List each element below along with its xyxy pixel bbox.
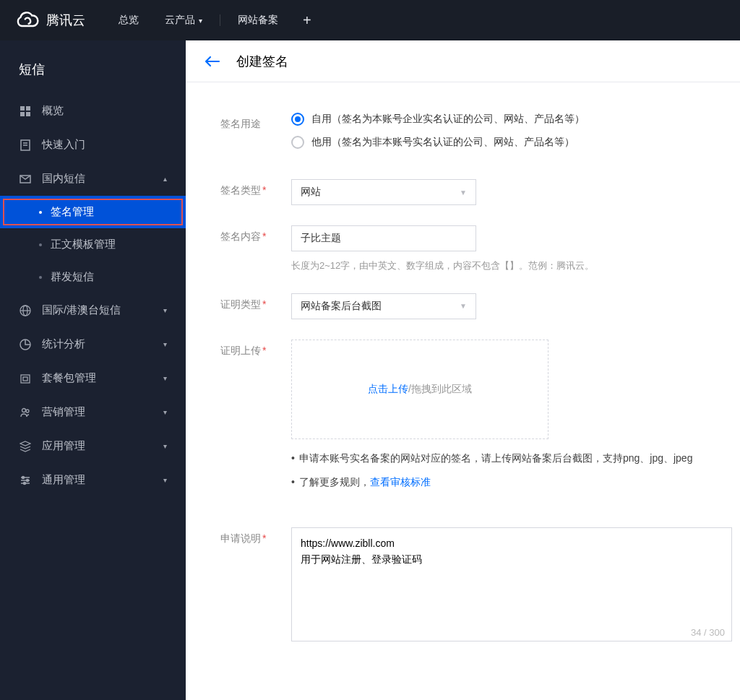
radio-self-use[interactable]: 自用（签名为本账号企业实名认证的公司、网站、产品名等） — [291, 113, 705, 126]
upload-click-text: 点击上传 — [368, 383, 408, 394]
plus-button[interactable]: + — [291, 12, 323, 29]
divider — [220, 14, 220, 26]
topnav-beian[interactable]: 网站备案 — [225, 14, 291, 27]
label-sig-content: 签名内容 — [220, 225, 291, 243]
label-desc: 申请说明 — [220, 527, 291, 545]
sidebar-item-label: 应用管理 — [42, 439, 85, 453]
select-sig-type[interactable]: 网站 ▼ — [291, 179, 476, 205]
page-title: 创建签名 — [236, 53, 288, 70]
radio-icon — [291, 136, 304, 149]
grid-icon — [19, 105, 32, 118]
chevron-down-icon: ▾ — [163, 476, 167, 484]
chevron-down-icon: ▾ — [199, 17, 202, 25]
sidebar-item-label: 营销管理 — [42, 405, 85, 419]
sidebar-title: 短信 — [0, 40, 186, 94]
chevron-down-icon: ▼ — [460, 302, 467, 310]
svg-point-19 — [22, 476, 25, 478]
sidebar-item-label: 快速入门 — [42, 138, 85, 152]
bullet-icon — [39, 243, 42, 246]
doc-icon — [19, 139, 32, 152]
sidebar-item-label: 国际/港澳台短信 — [42, 303, 121, 317]
chevron-down-icon: ▾ — [163, 442, 167, 450]
topnav-products[interactable]: 云产品 ▾ — [152, 14, 215, 27]
brand-text: 腾讯云 — [46, 12, 85, 29]
hint-sig-content: 长度为2~12字，由中英文、数字组成，内容不包含【】。范例：腾讯云。 — [291, 259, 705, 273]
chevron-down-icon: ▾ — [163, 340, 167, 348]
upload-hint-1: 申请本账号实名备案的网站对应的签名，请上传网站备案后台截图，支持png、jpg、… — [291, 451, 705, 466]
svg-rect-2 — [20, 112, 25, 116]
sidebar-item-label: 正文模板管理 — [51, 238, 116, 251]
chart-icon — [19, 338, 32, 351]
sidebar-sub-template[interactable]: 正文模板管理 — [0, 228, 186, 261]
sidebar-item-general[interactable]: 通用管理 ▾ — [0, 463, 186, 497]
sidebar-sub-signature[interactable]: 签名管理 — [0, 196, 186, 228]
box-icon — [19, 372, 32, 385]
label-proof-upload: 证明上传 — [220, 340, 291, 358]
upload-dropzone[interactable]: 点击上传/拖拽到此区域 — [291, 340, 548, 439]
radio-icon — [291, 113, 304, 126]
layers-icon — [19, 440, 32, 453]
upload-hint-2: 了解更多规则，查看审核标准 — [291, 475, 705, 490]
svg-rect-3 — [26, 112, 30, 116]
label-purpose: 签名用途 — [220, 113, 291, 131]
select-proof-type[interactable]: 网站备案后台截图 ▼ — [291, 293, 476, 319]
people-icon — [19, 406, 32, 419]
radio-other-use[interactable]: 他用（签名为非本账号实名认证的公司、网站、产品名等） — [291, 136, 705, 149]
sidebar-sub-broadcast[interactable]: 群发短信 — [0, 261, 186, 293]
chevron-down-icon: ▼ — [460, 189, 467, 196]
svg-rect-12 — [21, 375, 30, 383]
chevron-up-icon: ▴ — [163, 175, 167, 183]
sidebar-item-quickstart[interactable]: 快速入门 — [0, 128, 186, 162]
topnav-overview[interactable]: 总览 — [106, 14, 152, 27]
main-content: 创建签名 签名用途 自用（签名为本账号企业实名认证的公司、网站、产品名等） 他用… — [186, 40, 740, 700]
sidebar-item-label: 套餐包管理 — [42, 371, 96, 385]
bullet-icon — [39, 211, 42, 214]
chevron-down-icon: ▾ — [163, 408, 167, 416]
sidebar-item-label: 签名管理 — [51, 205, 94, 219]
upload-drag-text: /拖拽到此区域 — [408, 383, 472, 394]
input-sig-content[interactable] — [291, 225, 476, 251]
radio-label: 自用（签名为本账号企业实名认证的公司、网站、产品名等） — [311, 113, 585, 126]
svg-rect-13 — [23, 377, 27, 381]
svg-point-21 — [24, 482, 26, 484]
sliders-icon — [19, 474, 32, 487]
chevron-down-icon: ▾ — [163, 374, 167, 382]
svg-point-15 — [26, 410, 29, 412]
topbar: 腾讯云 总览 云产品 ▾ 网站备案 + — [0, 0, 740, 40]
sidebar-item-intl-sms[interactable]: 国际/港澳台短信 ▾ — [0, 293, 186, 327]
label-sig-type: 签名类型 — [220, 179, 291, 197]
mail-icon — [19, 173, 32, 186]
sidebar: 短信 概览 快速入门 国内短信 ▴ 签名管理 正文模板管理 群发短信 — [0, 40, 186, 700]
bullet-icon — [39, 276, 42, 279]
svg-point-14 — [22, 408, 26, 412]
globe-icon — [19, 304, 32, 317]
select-value: 网站 — [301, 186, 321, 199]
sidebar-item-label: 群发短信 — [51, 270, 94, 284]
sidebar-item-package[interactable]: 套餐包管理 ▾ — [0, 361, 186, 395]
arrow-left-icon — [203, 54, 220, 69]
sidebar-item-overview[interactable]: 概览 — [0, 94, 186, 128]
svg-point-20 — [27, 479, 29, 481]
label-proof-type: 证明类型 — [220, 293, 291, 311]
sidebar-item-label: 统计分析 — [42, 337, 85, 351]
logo[interactable]: 腾讯云 — [16, 11, 85, 30]
page-header: 创建签名 — [186, 40, 740, 82]
select-value: 网站备案后台截图 — [301, 300, 382, 313]
cloud-icon — [16, 11, 39, 30]
chevron-down-icon: ▾ — [163, 306, 167, 314]
svg-rect-0 — [20, 106, 25, 111]
sidebar-item-label: 通用管理 — [42, 473, 85, 487]
svg-rect-1 — [26, 106, 30, 111]
radio-label: 他用（签名为非本账号实名认证的公司、网站、产品名等） — [311, 136, 575, 149]
char-counter: 34 / 300 — [691, 627, 725, 638]
sidebar-item-label: 概览 — [42, 104, 64, 118]
link-audit-standard[interactable]: 查看审核标准 — [370, 476, 431, 488]
sidebar-item-app[interactable]: 应用管理 ▾ — [0, 429, 186, 463]
sidebar-item-domestic-sms[interactable]: 国内短信 ▴ — [0, 162, 186, 196]
sidebar-item-label: 国内短信 — [42, 172, 85, 186]
sidebar-item-stats[interactable]: 统计分析 ▾ — [0, 327, 186, 361]
sidebar-item-marketing[interactable]: 营销管理 ▾ — [0, 395, 186, 429]
textarea-desc[interactable] — [291, 527, 732, 641]
back-button[interactable] — [203, 54, 220, 69]
